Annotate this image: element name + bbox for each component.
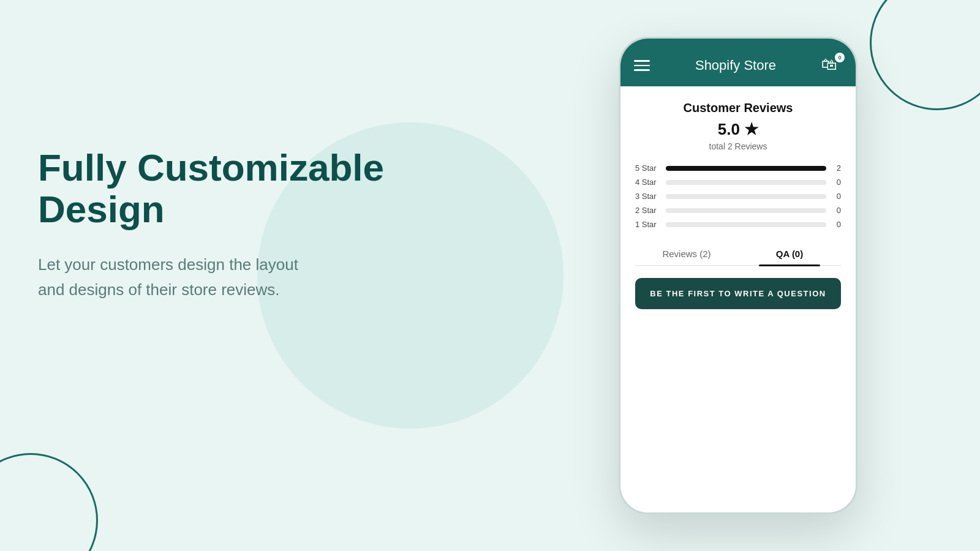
bar-count-3: 0 [832, 192, 841, 201]
main-heading: Fully Customizable Design [38, 147, 405, 230]
reviews-title: Customer Reviews [635, 101, 841, 115]
total-reviews: total 2 Reviews [635, 141, 841, 151]
phone-frame: Shopify Store 🛍 0 Customer Reviews 5.0 ★… [619, 37, 858, 514]
bar-count-5: 2 [832, 163, 841, 173]
sub-text: Let your customers design the layoutand … [38, 252, 405, 302]
star-label-2: 2 Star [635, 206, 660, 215]
star-bars: 5 Star 2 4 Star 0 3 Star [635, 163, 841, 229]
phone-body: Customer Reviews 5.0 ★ total 2 Reviews 5… [620, 86, 856, 512]
bar-fill-5 [666, 166, 826, 171]
star-label-3: 3 Star [635, 192, 660, 201]
star-icon: ★ [744, 120, 758, 138]
star-row-4: 4 Star 0 [635, 178, 841, 187]
star-row-1: 1 Star 0 [635, 220, 841, 229]
rating-score: 5.0 ★ [635, 120, 841, 139]
cart-icon-wrapper[interactable]: 🛍 0 [821, 55, 842, 76]
tabs: Reviews (2) QA (0) [635, 242, 841, 266]
star-label-5: 5 Star [635, 163, 660, 173]
bar-count-1: 0 [832, 220, 841, 229]
bar-count-4: 0 [832, 178, 841, 187]
store-title: Shopify Store [695, 58, 776, 73]
star-label-1: 1 Star [635, 220, 660, 229]
star-label-4: 4 Star [635, 178, 660, 187]
left-content: Fully Customizable Design Let your custo… [38, 147, 405, 302]
decorative-circle-top-right [870, 0, 980, 110]
tab-qa[interactable]: QA (0) [738, 242, 841, 265]
bar-track-5 [666, 166, 826, 171]
bar-track-4 [666, 180, 826, 185]
bar-track-3 [666, 194, 826, 199]
cart-badge: 0 [835, 53, 845, 62]
phone-notch [698, 39, 778, 56]
phone-mockup: Shopify Store 🛍 0 Customer Reviews 5.0 ★… [619, 37, 858, 514]
star-row-3: 3 Star 0 [635, 192, 841, 201]
tab-reviews[interactable]: Reviews (2) [635, 242, 738, 265]
write-question-button[interactable]: BE THE FIRST TO WRITE A QUESTION [635, 278, 841, 309]
menu-icon[interactable] [634, 60, 650, 71]
bar-count-2: 0 [832, 206, 841, 215]
bar-track-2 [666, 208, 826, 213]
star-row-5: 5 Star 2 [635, 163, 841, 173]
bar-track-1 [666, 222, 826, 227]
star-row-2: 2 Star 0 [635, 206, 841, 215]
decorative-circle-bottom-left [0, 453, 98, 551]
